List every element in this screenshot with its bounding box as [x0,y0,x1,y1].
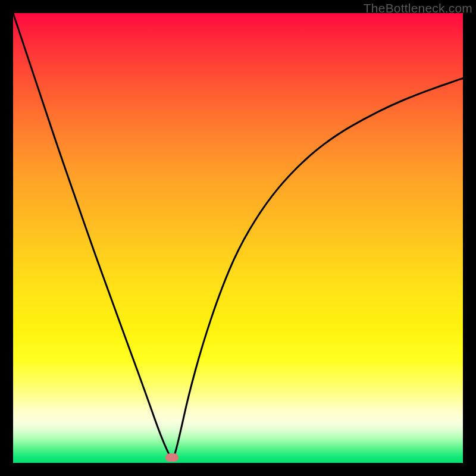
minimum-marker [165,453,178,462]
chart-frame: TheBottleneck.com [0,0,476,476]
gradient-background [13,13,463,463]
plot-area [13,13,463,463]
